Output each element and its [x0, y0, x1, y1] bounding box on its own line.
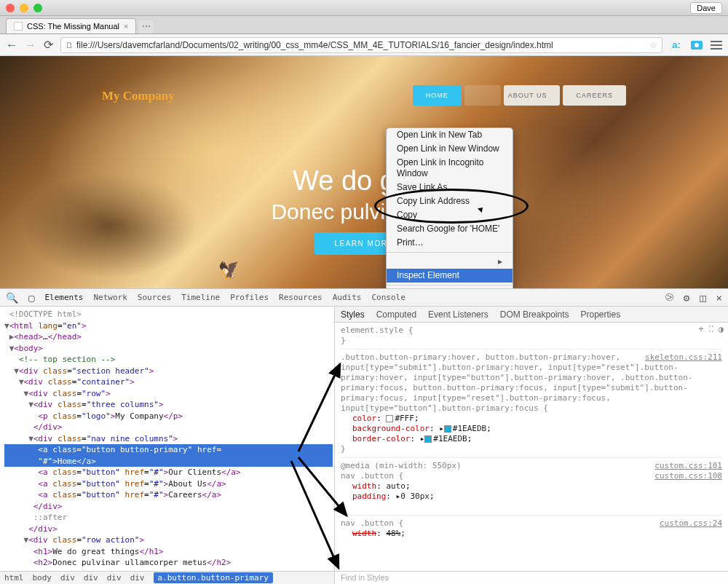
menu-search-google[interactable]: Search Google for 'HOME'	[387, 222, 513, 236]
menu-icon[interactable]	[711, 41, 722, 50]
tab-sources[interactable]: Sources	[138, 293, 171, 302]
hero-subheading: Donec pulvinar ulla	[0, 200, 728, 224]
menu-open-new-window[interactable]: Open Link in New Window	[387, 142, 513, 156]
menu-copy-link[interactable]: Copy Link Address	[387, 194, 513, 208]
find-in-styles-input[interactable]: Find in Styles	[335, 571, 728, 584]
devtools-tabs: 🔍 ▢ Elements Network Sources Timeline Pr…	[0, 289, 728, 307]
extension-a-icon[interactable]: a:	[670, 39, 683, 52]
page-viewport: My Company HOME ABOUT US CAREERS We do g…	[0, 56, 728, 299]
site-nav: HOME ABOUT US CAREERS	[413, 85, 626, 106]
tab-profiles[interactable]: Profiles	[230, 293, 269, 302]
browser-tab[interactable]: CSS: The Missing Manual ×	[6, 18, 136, 33]
tab-resources[interactable]: Resources	[279, 293, 323, 302]
tab-console[interactable]: Console	[371, 293, 405, 302]
close-devtools-icon[interactable]: ×	[716, 292, 722, 304]
hero-heading: We do grea	[0, 165, 728, 197]
minimize-window-icon[interactable]	[20, 4, 28, 12]
tab-network[interactable]: Network	[93, 293, 127, 302]
src-link[interactable]: custom.css:101	[654, 461, 722, 471]
tab-audits[interactable]: Audits	[333, 293, 362, 302]
rtab-styles[interactable]: Styles	[341, 309, 365, 320]
browser-toolbar: ← → ⟳ 🗋 file:///Users/davemcfarland/Docu…	[0, 34, 728, 56]
nav-clients[interactable]	[464, 85, 501, 106]
reload-button[interactable]: ⟳	[44, 38, 53, 52]
maximize-window-icon[interactable]	[33, 4, 42, 12]
menu-separator	[387, 285, 513, 285]
forward-button[interactable]: →	[25, 39, 36, 52]
menu-open-incognito[interactable]: Open Link in Incognito Window	[387, 156, 513, 181]
traffic-lights	[6, 4, 42, 12]
menu-save-link[interactable]: Save Link As…	[387, 181, 513, 194]
menu-inspect-element[interactable]: Inspect Element	[387, 269, 513, 283]
page-icon: 🗋	[66, 41, 74, 50]
dom-tree[interactable]: <!DOCTYPE html> ▼<html lang="en"> ▶<head…	[0, 307, 334, 571]
url-text: file:///Users/davemcfarland/Documents/02…	[76, 40, 553, 50]
nav-home[interactable]: HOME	[413, 85, 462, 106]
tab-favicon	[14, 22, 23, 31]
device-mode-icon[interactable]: ▢	[28, 292, 34, 304]
styles-toolbar: + ⁚⁚ ◑	[699, 324, 724, 334]
rtab-events[interactable]: Event Listeners	[428, 309, 488, 320]
menu-print[interactable]: Print…	[387, 236, 513, 250]
site-logo: My Company	[102, 89, 175, 103]
styles-pane[interactable]: + ⁚⁚ ◑ element.style { } skeleton.css:21…	[335, 323, 728, 571]
menu-copy[interactable]: Copy	[387, 208, 513, 222]
address-bar[interactable]: 🗋 file:///Users/davemcfarland/Documents/…	[60, 37, 662, 53]
devtools-panel: 🔍 ▢ Elements Network Sources Timeline Pr…	[0, 288, 728, 584]
src-link[interactable]: skeleton.css:211	[645, 352, 722, 363]
tab-strip: CSS: The Missing Manual × ⋯	[0, 16, 728, 34]
menu-separator	[387, 252, 513, 253]
selected-dom-node[interactable]: <a class="button button-primary" href=	[4, 444, 333, 456]
menu-json-sub[interactable]	[387, 255, 513, 269]
rtab-breakpoints[interactable]: DOM Breakpoints	[500, 309, 569, 320]
settings-icon[interactable]: ⚙	[684, 292, 689, 304]
context-menu: Open Link in New Tab Open Link in New Wi…	[386, 127, 513, 299]
new-tab-button[interactable]: ⋯	[139, 20, 154, 33]
menu-open-new-tab[interactable]: Open Link in New Tab	[387, 128, 513, 142]
drawer-icon[interactable]: ⧁	[665, 291, 673, 304]
extension-camera-icon[interactable]	[690, 39, 703, 52]
src-link[interactable]: custom.css:24	[660, 518, 722, 529]
back-button[interactable]: ←	[6, 39, 17, 52]
new-rule-icon[interactable]: +	[699, 324, 704, 334]
src-link[interactable]: custom.css:108	[654, 471, 722, 481]
close-tab-icon[interactable]: ×	[124, 22, 128, 31]
tab-title: CSS: The Missing Manual	[27, 22, 119, 31]
nav-careers[interactable]: CAREERS	[563, 85, 626, 106]
toggle-state-icon[interactable]: ⁚⁚	[708, 324, 714, 334]
bookmark-icon[interactable]: ☆	[649, 40, 657, 50]
tab-timeline[interactable]: Timeline	[181, 293, 220, 302]
bird-graphic: 🦅	[217, 259, 242, 283]
close-window-icon[interactable]	[6, 4, 15, 12]
tab-elements[interactable]: Elements	[44, 293, 83, 302]
inspect-icon[interactable]: 🔍	[6, 292, 18, 304]
rtab-computed[interactable]: Computed	[376, 309, 416, 320]
dom-breadcrumb[interactable]: html body div div div div a.button.butto…	[0, 571, 334, 584]
profile-button[interactable]: Dave	[690, 2, 722, 14]
styles-tabs: Styles Computed Event Listeners DOM Brea…	[335, 307, 728, 323]
rtab-properties[interactable]: Properties	[580, 309, 620, 320]
window-titlebar: Dave	[0, 0, 728, 16]
dock-icon[interactable]: ◫	[700, 292, 705, 304]
nav-about[interactable]: ABOUT US	[504, 85, 561, 106]
animation-icon[interactable]: ◑	[719, 324, 724, 334]
